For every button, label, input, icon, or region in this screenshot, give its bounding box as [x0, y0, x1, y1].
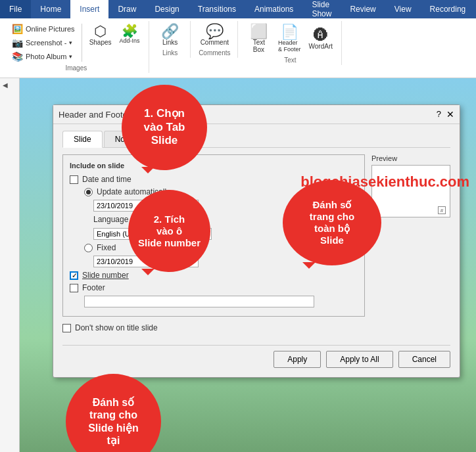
comment-icon: 💬 [206, 24, 224, 39]
footer-row: Footer [70, 283, 358, 292]
textbox-label: TextBox [253, 39, 265, 53]
online-pictures-icon: 🖼️ [12, 24, 23, 34]
links-label: Links [162, 39, 178, 46]
header-footer-label: Header& Footer [278, 39, 301, 53]
textbox-icon: ⬜ [250, 24, 268, 39]
preview-label: Preview [371, 154, 450, 162]
shapes-btn[interactable]: ⬡ Shapes [86, 22, 115, 48]
photo-album-label: Photo Album [26, 53, 66, 60]
dialog-close-btn[interactable]: ✕ [446, 109, 454, 120]
ribbon-group-images: 🖼️ Online Pictures 📷 Screenshot - ▾ 📚 Ph… [4, 21, 149, 73]
slide-indicator: ◀ [3, 81, 8, 89]
shapes-icon: ⬡ [94, 24, 107, 39]
dont-show-row: Don't show on title slide [62, 323, 365, 332]
text-group-label: Text [284, 55, 296, 64]
screenshot-label: Screenshot - [26, 39, 66, 47]
ribbon-group-links: 🔗 Links Links [151, 21, 191, 58]
links-btn[interactable]: 🔗 Links [156, 22, 185, 48]
callout-slide-number: 2. Tíchvào ôSlide number [128, 190, 210, 272]
dialog-title: Header and Footer [59, 110, 130, 120]
dialog-footer: Apply Apply to All Cancel [62, 345, 450, 368]
apply-btn[interactable]: Apply [274, 351, 321, 368]
ribbon-content: 🖼️ Online Pictures 📷 Screenshot - ▾ 📚 Ph… [0, 18, 476, 78]
photo-album-icon: 📚 [12, 51, 23, 62]
addins-icon: 🧩 [122, 24, 138, 37]
dont-show-label: Don't show on title slide [75, 323, 158, 332]
ribbon-tab-bar: File Home Insert Draw Design Transitions… [0, 0, 476, 18]
textbox-btn[interactable]: ⬜ TextBox [245, 22, 274, 55]
tab-recording[interactable]: Recording [421, 0, 475, 18]
callout1-text: 1. Chọnvào TabSlide [144, 107, 185, 147]
ribbon-group-text: ⬜ TextBox 📄 Header& Footer 🅐 WordArt Tex… [239, 21, 342, 65]
online-pictures-btn[interactable]: 🖼️ Online Pictures [9, 22, 78, 35]
tab-animations[interactable]: Animations [245, 0, 302, 18]
dialog-controls: ? ✕ [437, 109, 454, 120]
tab-view[interactable]: View [385, 0, 421, 18]
wordart-btn[interactable]: 🅐 WordArt [306, 26, 337, 52]
date-time-checkbox[interactable] [70, 175, 78, 184]
callout-tab-slide: 1. Chọnvào TabSlide [122, 85, 207, 170]
online-pictures-label: Online Pictures [26, 25, 75, 33]
preview-slide-num: # [438, 206, 446, 214]
header-footer-dialog: Header and Footer ? ✕ Slide Notes and Ha… [53, 104, 460, 378]
wordart-label: WordArt [309, 43, 333, 50]
tab-insert[interactable]: Insert [70, 0, 108, 18]
links-icon: 🔗 [161, 24, 179, 39]
ribbon-group-comments: 💬 Comment Comments [192, 21, 238, 58]
comments-group-label: Comments [199, 48, 230, 56]
main-area: ◀ blogchiasekienthuc.com Header and Foot… [0, 78, 476, 452]
apply-to-all-btn[interactable]: Apply to All [326, 351, 393, 368]
comment-label: Comment [201, 39, 229, 46]
dialog-body: Slide Notes and Handouts Include on slid… [53, 124, 460, 377]
photo-album-btn[interactable]: 📚 Photo Album ▾ [9, 50, 78, 63]
header-footer-btn[interactable]: 📄 Header& Footer [275, 23, 304, 55]
callout4-text: Đánh sốtrang choSlide hiệntại [88, 396, 139, 447]
slide-number-label: Slide number [82, 271, 129, 280]
header-footer-icon: 📄 [281, 25, 298, 39]
screenshot-icon: 📷 [12, 37, 23, 48]
footer-input[interactable] [84, 296, 314, 307]
footer-label: Footer [82, 283, 105, 292]
tab-design[interactable]: Design [145, 0, 188, 18]
fixed-label: Fixed [97, 243, 116, 252]
images-buttons: 🖼️ Online Pictures 📷 Screenshot - ▾ 📚 Ph… [9, 22, 143, 63]
tab-home[interactable]: Home [31, 0, 70, 18]
photo-album-dropdown[interactable]: ▾ [69, 53, 72, 60]
tab-file[interactable]: File [0, 0, 31, 18]
slide-number-checkbox[interactable] [70, 271, 78, 280]
language-label: Language [93, 215, 128, 224]
shapes-label: Shapes [89, 39, 112, 46]
dialog-tab-slide[interactable]: Slide [62, 131, 103, 148]
section-label: Include on slide [70, 162, 358, 170]
cancel-btn[interactable]: Cancel [398, 351, 450, 368]
dialog-tabs: Slide Notes and Handouts [62, 131, 450, 148]
dialog-titlebar: Header and Footer ? ✕ [53, 105, 460, 124]
text-buttons: ⬜ TextBox 📄 Header& Footer 🅐 WordArt [245, 22, 336, 55]
links-group-label: Links [162, 48, 178, 56]
comment-btn[interactable]: 💬 Comment [197, 22, 232, 48]
date-time-label: Date and time [82, 175, 131, 184]
screenshot-dropdown[interactable]: ▾ [69, 39, 72, 46]
preview-box: # [371, 165, 450, 217]
dont-show-checkbox[interactable] [62, 324, 71, 332]
callout2-text: 2. Tíchvào ôSlide number [138, 214, 201, 249]
update-auto-radio[interactable] [84, 188, 93, 196]
footer-input-row [84, 296, 358, 307]
callout3-text: Đánh sốtrang chotoàn bộSlide [310, 199, 354, 246]
slide-thumbnail-sidebar: ◀ [0, 78, 20, 452]
footer-checkbox[interactable] [70, 284, 78, 292]
callout-all-slides: Đánh sốtrang chotoàn bộSlide [283, 180, 381, 265]
tab-transitions[interactable]: Transitions [189, 0, 245, 18]
tab-review[interactable]: Review [341, 0, 385, 18]
addins-label: Add-Ins [120, 37, 140, 44]
dialog-help-btn[interactable]: ? [437, 109, 441, 120]
screenshot-btn[interactable]: 📷 Screenshot - ▾ [9, 36, 78, 49]
add-ins-btn[interactable]: 🧩 Add-Ins [116, 22, 143, 46]
ribbon: File Home Insert Draw Design Transitions… [0, 0, 476, 78]
tab-draw[interactable]: Draw [108, 0, 145, 18]
fixed-radio[interactable] [84, 244, 93, 252]
tab-slideshow[interactable]: Slide Show [302, 0, 341, 18]
images-group-label: Images [65, 63, 87, 72]
wordart-icon: 🅐 [314, 28, 328, 43]
